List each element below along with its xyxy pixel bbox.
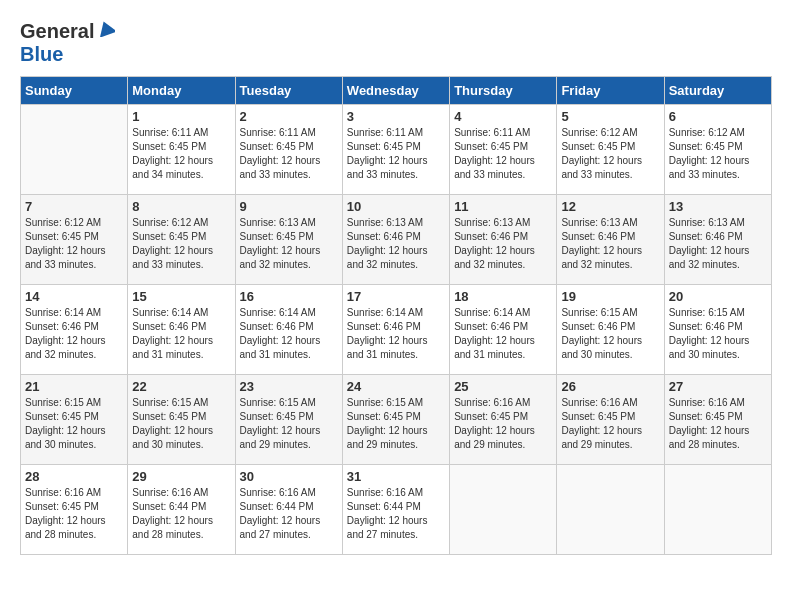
calendar-cell [21, 105, 128, 195]
logo-general-text: General [20, 20, 94, 43]
day-sun-info: Sunrise: 6:16 AMSunset: 6:45 PMDaylight:… [454, 396, 552, 452]
day-sun-info: Sunrise: 6:13 AMSunset: 6:45 PMDaylight:… [240, 216, 338, 272]
day-number: 29 [132, 469, 230, 484]
day-sun-info: Sunrise: 6:13 AMSunset: 6:46 PMDaylight:… [561, 216, 659, 272]
page-header: General Blue [20, 20, 772, 66]
day-number: 26 [561, 379, 659, 394]
day-number: 27 [669, 379, 767, 394]
day-sun-info: Sunrise: 6:12 AMSunset: 6:45 PMDaylight:… [669, 126, 767, 182]
day-number: 31 [347, 469, 445, 484]
day-number: 24 [347, 379, 445, 394]
day-number: 2 [240, 109, 338, 124]
day-sun-info: Sunrise: 6:15 AMSunset: 6:45 PMDaylight:… [240, 396, 338, 452]
calendar-cell: 7Sunrise: 6:12 AMSunset: 6:45 PMDaylight… [21, 195, 128, 285]
day-number: 25 [454, 379, 552, 394]
calendar-week-row: 28Sunrise: 6:16 AMSunset: 6:45 PMDayligh… [21, 465, 772, 555]
calendar-cell: 8Sunrise: 6:12 AMSunset: 6:45 PMDaylight… [128, 195, 235, 285]
calendar-cell: 16Sunrise: 6:14 AMSunset: 6:46 PMDayligh… [235, 285, 342, 375]
calendar-cell: 13Sunrise: 6:13 AMSunset: 6:46 PMDayligh… [664, 195, 771, 285]
day-number: 18 [454, 289, 552, 304]
day-sun-info: Sunrise: 6:12 AMSunset: 6:45 PMDaylight:… [132, 216, 230, 272]
day-of-week-header: Wednesday [342, 77, 449, 105]
day-number: 6 [669, 109, 767, 124]
calendar-cell: 21Sunrise: 6:15 AMSunset: 6:45 PMDayligh… [21, 375, 128, 465]
day-of-week-header: Monday [128, 77, 235, 105]
day-number: 20 [669, 289, 767, 304]
calendar-cell [450, 465, 557, 555]
logo-blue-text: Blue [20, 43, 63, 66]
calendar-cell [664, 465, 771, 555]
calendar-cell: 10Sunrise: 6:13 AMSunset: 6:46 PMDayligh… [342, 195, 449, 285]
day-number: 22 [132, 379, 230, 394]
day-sun-info: Sunrise: 6:14 AMSunset: 6:46 PMDaylight:… [132, 306, 230, 362]
calendar-cell: 27Sunrise: 6:16 AMSunset: 6:45 PMDayligh… [664, 375, 771, 465]
calendar-cell: 30Sunrise: 6:16 AMSunset: 6:44 PMDayligh… [235, 465, 342, 555]
day-sun-info: Sunrise: 6:13 AMSunset: 6:46 PMDaylight:… [454, 216, 552, 272]
calendar-header-row: SundayMondayTuesdayWednesdayThursdayFrid… [21, 77, 772, 105]
day-number: 16 [240, 289, 338, 304]
day-number: 10 [347, 199, 445, 214]
day-sun-info: Sunrise: 6:12 AMSunset: 6:45 PMDaylight:… [25, 216, 123, 272]
calendar-cell [557, 465, 664, 555]
day-number: 30 [240, 469, 338, 484]
calendar-cell: 26Sunrise: 6:16 AMSunset: 6:45 PMDayligh… [557, 375, 664, 465]
day-sun-info: Sunrise: 6:15 AMSunset: 6:46 PMDaylight:… [561, 306, 659, 362]
calendar-cell: 28Sunrise: 6:16 AMSunset: 6:45 PMDayligh… [21, 465, 128, 555]
calendar-cell: 23Sunrise: 6:15 AMSunset: 6:45 PMDayligh… [235, 375, 342, 465]
day-sun-info: Sunrise: 6:11 AMSunset: 6:45 PMDaylight:… [454, 126, 552, 182]
day-sun-info: Sunrise: 6:14 AMSunset: 6:46 PMDaylight:… [347, 306, 445, 362]
calendar-cell: 12Sunrise: 6:13 AMSunset: 6:46 PMDayligh… [557, 195, 664, 285]
calendar-cell: 20Sunrise: 6:15 AMSunset: 6:46 PMDayligh… [664, 285, 771, 375]
day-sun-info: Sunrise: 6:11 AMSunset: 6:45 PMDaylight:… [347, 126, 445, 182]
calendar-week-row: 21Sunrise: 6:15 AMSunset: 6:45 PMDayligh… [21, 375, 772, 465]
calendar-week-row: 1Sunrise: 6:11 AMSunset: 6:45 PMDaylight… [21, 105, 772, 195]
calendar-cell: 9Sunrise: 6:13 AMSunset: 6:45 PMDaylight… [235, 195, 342, 285]
calendar-cell: 5Sunrise: 6:12 AMSunset: 6:45 PMDaylight… [557, 105, 664, 195]
day-sun-info: Sunrise: 6:15 AMSunset: 6:45 PMDaylight:… [25, 396, 123, 452]
logo: General Blue [20, 20, 115, 66]
day-number: 7 [25, 199, 123, 214]
day-number: 23 [240, 379, 338, 394]
day-sun-info: Sunrise: 6:15 AMSunset: 6:45 PMDaylight:… [132, 396, 230, 452]
day-number: 28 [25, 469, 123, 484]
day-sun-info: Sunrise: 6:16 AMSunset: 6:45 PMDaylight:… [561, 396, 659, 452]
calendar-table: SundayMondayTuesdayWednesdayThursdayFrid… [20, 76, 772, 555]
calendar-cell: 6Sunrise: 6:12 AMSunset: 6:45 PMDaylight… [664, 105, 771, 195]
day-of-week-header: Saturday [664, 77, 771, 105]
calendar-cell: 19Sunrise: 6:15 AMSunset: 6:46 PMDayligh… [557, 285, 664, 375]
day-number: 1 [132, 109, 230, 124]
day-sun-info: Sunrise: 6:15 AMSunset: 6:45 PMDaylight:… [347, 396, 445, 452]
calendar-cell: 25Sunrise: 6:16 AMSunset: 6:45 PMDayligh… [450, 375, 557, 465]
svg-marker-0 [97, 19, 115, 37]
calendar-cell: 4Sunrise: 6:11 AMSunset: 6:45 PMDaylight… [450, 105, 557, 195]
calendar-week-row: 14Sunrise: 6:14 AMSunset: 6:46 PMDayligh… [21, 285, 772, 375]
day-of-week-header: Tuesday [235, 77, 342, 105]
day-number: 9 [240, 199, 338, 214]
day-number: 17 [347, 289, 445, 304]
calendar-cell: 31Sunrise: 6:16 AMSunset: 6:44 PMDayligh… [342, 465, 449, 555]
day-sun-info: Sunrise: 6:15 AMSunset: 6:46 PMDaylight:… [669, 306, 767, 362]
calendar-cell: 17Sunrise: 6:14 AMSunset: 6:46 PMDayligh… [342, 285, 449, 375]
day-sun-info: Sunrise: 6:13 AMSunset: 6:46 PMDaylight:… [669, 216, 767, 272]
day-number: 13 [669, 199, 767, 214]
day-sun-info: Sunrise: 6:16 AMSunset: 6:44 PMDaylight:… [132, 486, 230, 542]
day-number: 14 [25, 289, 123, 304]
day-sun-info: Sunrise: 6:12 AMSunset: 6:45 PMDaylight:… [561, 126, 659, 182]
day-sun-info: Sunrise: 6:11 AMSunset: 6:45 PMDaylight:… [132, 126, 230, 182]
day-sun-info: Sunrise: 6:14 AMSunset: 6:46 PMDaylight:… [25, 306, 123, 362]
day-sun-info: Sunrise: 6:16 AMSunset: 6:44 PMDaylight:… [240, 486, 338, 542]
calendar-cell: 11Sunrise: 6:13 AMSunset: 6:46 PMDayligh… [450, 195, 557, 285]
day-sun-info: Sunrise: 6:14 AMSunset: 6:46 PMDaylight:… [240, 306, 338, 362]
day-of-week-header: Thursday [450, 77, 557, 105]
day-number: 8 [132, 199, 230, 214]
day-number: 4 [454, 109, 552, 124]
calendar-cell: 22Sunrise: 6:15 AMSunset: 6:45 PMDayligh… [128, 375, 235, 465]
calendar-cell: 15Sunrise: 6:14 AMSunset: 6:46 PMDayligh… [128, 285, 235, 375]
day-number: 3 [347, 109, 445, 124]
day-number: 19 [561, 289, 659, 304]
day-of-week-header: Sunday [21, 77, 128, 105]
logo-triangle-icon [97, 19, 115, 41]
calendar-cell: 24Sunrise: 6:15 AMSunset: 6:45 PMDayligh… [342, 375, 449, 465]
day-number: 12 [561, 199, 659, 214]
calendar-week-row: 7Sunrise: 6:12 AMSunset: 6:45 PMDaylight… [21, 195, 772, 285]
